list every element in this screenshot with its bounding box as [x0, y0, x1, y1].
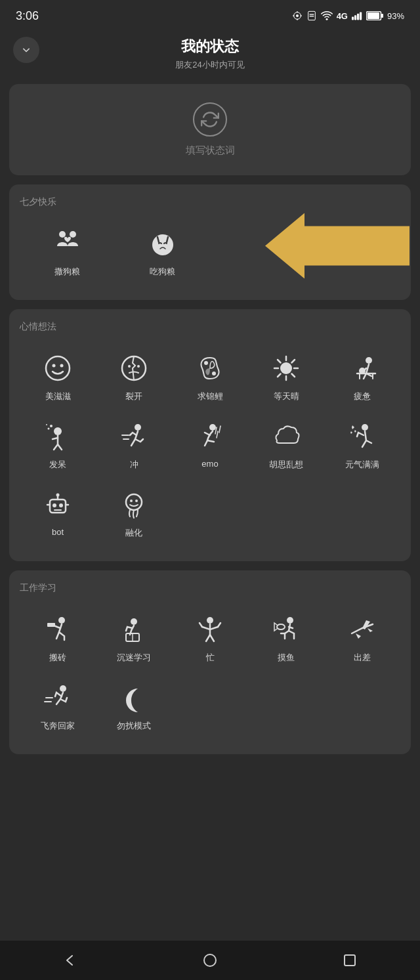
svg-point-14	[70, 231, 76, 238]
svg-point-59	[135, 500, 138, 502]
item-yuan-qi-man-man[interactable]: 元气满满	[324, 413, 400, 481]
item-qiu-jin-li[interactable]: 求锦鲤	[172, 345, 248, 413]
svg-point-53	[59, 503, 63, 507]
svg-point-25	[280, 362, 292, 374]
svg-point-17	[46, 356, 70, 380]
svg-line-30	[278, 360, 281, 363]
nav-bar	[0, 941, 420, 980]
svg-point-48	[362, 424, 368, 431]
item-chong[interactable]: 冲	[96, 413, 172, 481]
item-emo[interactable]: emo	[172, 413, 248, 481]
status-placeholder: 填写状态词	[186, 144, 235, 157]
item-mang-label: 忙	[206, 652, 215, 664]
item-lie-kai[interactable]: 裂开	[96, 345, 172, 413]
header: 我的状态 朋友24小时内可见	[0, 32, 420, 84]
svg-point-37	[54, 427, 62, 435]
svg-point-65	[207, 617, 213, 624]
item-mei-zi-zi-label: 美滋滋	[45, 391, 71, 402]
svg-point-24	[212, 372, 216, 375]
item-yuan-qi-man-man-label: 元气满满	[345, 459, 379, 471]
header-subtitle: 朋友24小时内可见	[175, 59, 244, 71]
item-sa-gou-liang-label: 撒狗粮	[54, 266, 80, 278]
item-bot-label: bot	[52, 527, 64, 537]
item-mo-yu-mo-shu-label: 勿扰模式	[117, 720, 151, 732]
page-title: 我的状态	[181, 37, 239, 56]
gps-icon	[292, 11, 303, 21]
svg-point-68	[60, 685, 66, 692]
svg-point-40	[46, 424, 47, 425]
item-mo-yu[interactable]: 摸鱼	[248, 606, 324, 674]
svg-rect-3	[309, 14, 314, 14]
nav-back-button[interactable]	[54, 947, 87, 973]
travel-icon	[345, 612, 379, 647]
item-ban-zhuan[interactable]: 搬砖	[20, 606, 96, 674]
svg-point-38	[48, 428, 50, 430]
svg-rect-11	[368, 12, 379, 19]
status-icons: 4G 93%	[292, 11, 404, 21]
item-fei-ben-hui-jia-label: 飞奔回家	[41, 720, 75, 732]
cat-face-icon	[146, 226, 180, 261]
daze-icon	[41, 419, 75, 454]
back-button[interactable]	[13, 37, 39, 63]
status-input-section[interactable]: 填写状态词	[9, 84, 411, 175]
svg-point-51	[56, 494, 60, 497]
svg-rect-54	[54, 509, 62, 511]
item-chu-chai-label: 出差	[354, 652, 371, 664]
item-chen-mi-xue-xi[interactable]: 沉迷学习	[96, 606, 172, 674]
smile-icon	[41, 351, 75, 385]
svg-rect-4	[309, 16, 314, 16]
svg-point-21	[128, 365, 131, 368]
arrow-overlay	[265, 213, 410, 282]
svg-point-41	[135, 424, 141, 431]
emo-icon	[193, 419, 227, 454]
network-label: 4G	[337, 11, 348, 21]
svg-point-58	[130, 500, 133, 502]
svg-rect-7	[354, 15, 356, 20]
qixi-items: 撒狗粮 吃狗粮	[20, 220, 400, 288]
item-fa-dai[interactable]: 发呆	[20, 413, 96, 481]
fish-icon	[269, 612, 303, 647]
signal-icon	[352, 11, 362, 21]
item-mo-yu-mo-shu[interactable]: 勿扰模式	[96, 674, 172, 742]
item-lie-kai-label: 裂开	[125, 391, 142, 402]
item-chu-chai[interactable]: 出差	[324, 606, 400, 674]
item-deng-tian-qing[interactable]: 等天晴	[248, 345, 324, 413]
nav-home-button[interactable]	[194, 947, 226, 973]
item-mang[interactable]: 忙	[172, 606, 248, 674]
svg-point-34	[366, 357, 372, 364]
item-emo-label: emo	[201, 459, 218, 469]
item-sa-gou-liang[interactable]: 撒狗粮	[20, 220, 115, 288]
svg-rect-12	[381, 14, 383, 18]
item-hu-si-luan-xiang[interactable]: 胡思乱想	[248, 413, 324, 481]
busy-icon	[193, 612, 227, 647]
nav-recent-button[interactable]	[333, 947, 366, 973]
item-rong-hua[interactable]: 融化	[96, 481, 172, 549]
svg-point-15	[152, 234, 173, 255]
svg-point-19	[60, 364, 64, 368]
study-icon	[117, 612, 151, 647]
item-ban-zhuan-label: 搬砖	[49, 652, 66, 664]
sun-icon	[269, 351, 303, 385]
svg-rect-9	[360, 12, 362, 20]
item-fei-ben-hui-jia[interactable]: 飞奔回家	[20, 674, 96, 742]
item-fa-dai-label: 发呆	[49, 459, 66, 471]
svg-point-22	[137, 365, 140, 368]
item-pi-juan[interactable]: 疲惫	[324, 345, 400, 413]
svg-point-62	[131, 618, 137, 625]
cracked-icon	[117, 351, 151, 385]
svg-point-66	[287, 617, 293, 624]
item-rong-hua-label: 融化	[125, 527, 142, 539]
item-bot[interactable]: bot	[20, 481, 96, 549]
svg-point-0	[296, 14, 299, 17]
item-deng-tian-qing-label: 等天晴	[274, 391, 299, 402]
svg-point-71	[204, 954, 216, 966]
item-pi-juan-label: 疲惫	[354, 391, 371, 402]
item-chi-gou-liang[interactable]: 吃狗粮	[115, 220, 210, 288]
svg-point-57	[126, 494, 142, 510]
wifi-icon	[321, 11, 333, 21]
item-mei-zi-zi[interactable]: 美滋滋	[20, 345, 96, 413]
status-refresh-icon[interactable]	[193, 102, 227, 137]
item-chi-gou-liang-label: 吃狗粮	[150, 266, 175, 278]
work-items: 搬砖 沉迷学习	[20, 606, 400, 742]
battery-icon	[366, 11, 383, 20]
